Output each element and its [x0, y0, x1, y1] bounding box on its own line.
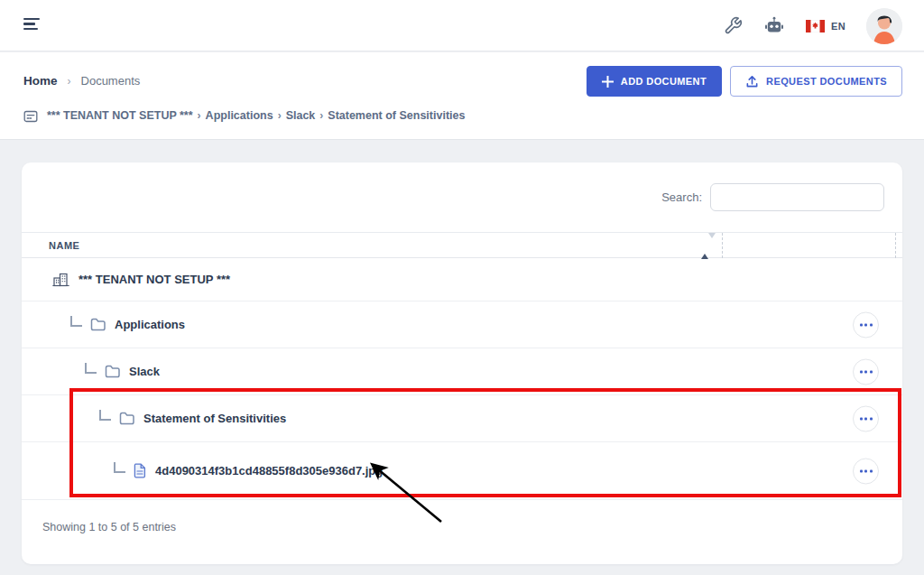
- row-actions-button[interactable]: [853, 311, 879, 338]
- header-action-buttons: ADD DOCUMENT REQUEST DOCUMENTS: [587, 66, 902, 97]
- topbar-right-cluster: EN: [724, 0, 902, 51]
- row-label: Applications: [115, 318, 185, 331]
- building-icon: [52, 271, 69, 288]
- sort-icons[interactable]: [701, 238, 709, 255]
- sort-desc-icon: [708, 233, 716, 254]
- tenant-path-row: *** TENANT NOT SETUP *** › Applications …: [23, 107, 465, 124]
- sort-asc-icon: [701, 238, 708, 259]
- file-icon: [134, 463, 146, 478]
- breadcrumb: Home › Documents: [23, 74, 140, 88]
- folder-icon: [105, 365, 120, 378]
- table-header: NAME: [22, 232, 902, 258]
- request-documents-label: REQUEST DOCUMENTS: [766, 76, 887, 87]
- tree-branch-icon: [114, 462, 125, 473]
- page-header: Home › Documents ADD DOCUMENT REQUEST DO…: [0, 52, 924, 140]
- top-bar: EN: [0, 0, 924, 51]
- robot-icon[interactable]: [763, 15, 785, 37]
- search-row: Search:: [661, 183, 884, 211]
- path-separator: ›: [198, 109, 201, 122]
- table-row-jpg-file[interactable]: 4d4090314f3b1cd48855f8d305e936d7.jpg: [22, 442, 902, 500]
- table-row-statement-of-sensitivities[interactable]: Statement of Sensitivities: [22, 395, 902, 442]
- breadcrumb-home[interactable]: Home: [23, 74, 58, 88]
- path-segment-applications[interactable]: Applications: [206, 109, 273, 122]
- path-separator: ›: [278, 109, 282, 122]
- document-tree: *** TENANT NOT SETUP *** Applications Sl…: [22, 258, 902, 500]
- search-input[interactable]: [710, 183, 884, 211]
- plus-icon: [602, 76, 614, 88]
- path-segment-tenant[interactable]: *** TENANT NOT SETUP ***: [47, 109, 193, 122]
- tree-branch-icon: [85, 363, 97, 374]
- row-label: Slack: [129, 365, 160, 378]
- search-label: Search:: [661, 190, 702, 204]
- inbox-icon: [23, 107, 39, 124]
- header-divider: [722, 233, 723, 258]
- row-actions-button[interactable]: [853, 405, 879, 431]
- menu-icon[interactable]: [23, 16, 42, 34]
- row-label: 4d4090314f3b1cd48855f8d305e936d7.jpg: [155, 464, 383, 478]
- tenant-path: *** TENANT NOT SETUP *** › Applications …: [47, 109, 465, 122]
- upload-icon: [745, 75, 759, 88]
- table-row-slack[interactable]: Slack: [22, 348, 902, 395]
- path-separator: ›: [319, 109, 323, 122]
- table-row-tenant[interactable]: *** TENANT NOT SETUP ***: [22, 258, 902, 301]
- table-row-applications[interactable]: Applications: [22, 301, 902, 348]
- language-switcher[interactable]: EN: [806, 20, 845, 32]
- row-label: Statement of Sensitivities: [143, 412, 286, 425]
- add-document-button[interactable]: ADD DOCUMENT: [587, 66, 722, 97]
- column-header-name[interactable]: NAME: [49, 233, 79, 259]
- request-documents-button[interactable]: REQUEST DOCUMENTS: [730, 66, 902, 97]
- row-actions-button[interactable]: [853, 358, 879, 385]
- folder-icon: [119, 412, 134, 425]
- tree-branch-icon: [70, 316, 82, 327]
- breadcrumb-documents[interactable]: Documents: [81, 74, 141, 88]
- user-avatar[interactable]: [866, 8, 902, 44]
- row-label: *** TENANT NOT SETUP ***: [79, 273, 230, 286]
- header-divider: [895, 233, 896, 258]
- breadcrumb-separator: ›: [68, 75, 71, 88]
- language-label: EN: [831, 21, 845, 32]
- tree-branch-icon: [99, 410, 111, 421]
- path-segment-slack[interactable]: Slack: [286, 109, 316, 122]
- documents-panel: Search: NAME *** TENANT NOT SETUP ***: [22, 162, 902, 564]
- wrench-icon[interactable]: [724, 16, 743, 35]
- folder-icon: [90, 318, 106, 331]
- row-actions-button[interactable]: [853, 458, 879, 484]
- table-footer-status: Showing 1 to 5 of 5 entries: [42, 521, 176, 533]
- add-document-label: ADD DOCUMENT: [621, 76, 707, 87]
- canada-flag-icon: [806, 20, 825, 32]
- path-segment-statement[interactable]: Statement of Sensitivities: [328, 109, 465, 122]
